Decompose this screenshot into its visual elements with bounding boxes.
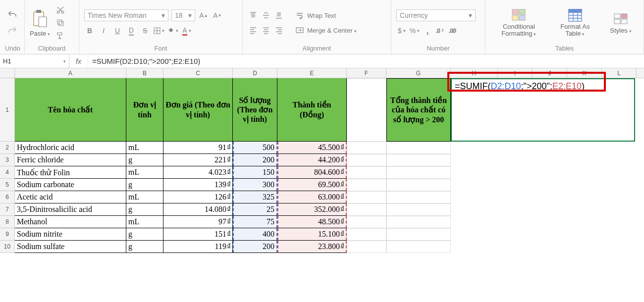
copy-icon[interactable] <box>56 18 65 27</box>
align-center-icon[interactable] <box>261 25 271 36</box>
cell[interactable]: Sodium sulfate <box>15 241 126 253</box>
cell[interactable]: 500 <box>233 142 277 154</box>
strikethrough-button[interactable]: S <box>140 25 151 36</box>
summary-label-cell[interactable]: Tổng thành tiền của hóa chất có số lượng… <box>386 78 451 142</box>
wrap-text-button[interactable]: Wrap Text <box>307 12 336 19</box>
header-cell[interactable]: Đơn giá (Theo đơn vị tính) <box>163 78 233 142</box>
cell[interactable]: 352.000 đ <box>277 203 347 216</box>
empty-cell[interactable] <box>347 191 386 203</box>
row-header[interactable]: 4 <box>0 166 15 179</box>
empty-cell[interactable] <box>347 166 386 179</box>
number-format-select[interactable]: Currency▾ <box>396 9 476 21</box>
empty-cell[interactable] <box>386 241 451 253</box>
cell[interactable]: Sodium carbonate <box>15 179 126 191</box>
empty-cell[interactable] <box>386 142 451 154</box>
cell[interactable]: 15.100 đ <box>277 228 347 241</box>
row-header[interactable]: 10 <box>0 241 15 253</box>
undo-icon[interactable] <box>7 9 18 20</box>
align-middle-icon[interactable] <box>261 10 271 21</box>
underline-button[interactable]: U <box>112 25 123 36</box>
cell[interactable]: 151 đ <box>163 228 233 241</box>
col-header[interactable]: L <box>602 68 637 78</box>
empty-cell[interactable] <box>386 216 451 228</box>
cell[interactable]: 91 đ <box>163 142 233 154</box>
cell[interactable]: g <box>126 203 163 216</box>
empty-cell[interactable] <box>386 166 451 179</box>
font-color-button[interactable]: A <box>181 25 192 36</box>
double-underline-button[interactable]: D <box>126 25 137 36</box>
cell[interactable]: Ferric chloride <box>15 154 126 166</box>
cell[interactable]: 150 <box>233 166 277 179</box>
merge-center-button[interactable]: Merge & Center <box>307 27 357 34</box>
cut-icon[interactable] <box>56 5 65 14</box>
active-cell-h1[interactable]: =SUMIF(D2:D10;">200";E2:E10) <box>451 78 635 142</box>
row-header[interactable]: 9 <box>0 228 15 241</box>
increase-font-icon[interactable]: A▲ <box>198 10 209 21</box>
empty-cell[interactable] <box>386 203 451 216</box>
empty-cell[interactable] <box>347 78 386 142</box>
cell[interactable]: 126 đ <box>163 191 233 203</box>
cell[interactable]: g <box>126 154 163 166</box>
cell[interactable]: 75 <box>233 216 277 228</box>
cell[interactable]: 3,5-Dinitrosalicilic acid <box>15 203 126 216</box>
empty-cell[interactable] <box>347 142 386 154</box>
col-header[interactable]: J <box>533 68 567 78</box>
cell[interactable]: Acetic acid <box>15 191 126 203</box>
cell[interactable]: 400 <box>233 228 277 241</box>
cell[interactable]: mL <box>126 191 163 203</box>
cell[interactable]: mL <box>126 166 163 179</box>
cell[interactable]: 45.500 đ <box>277 142 347 154</box>
header-cell[interactable]: Đơn vị tính <box>126 78 163 142</box>
cell[interactable]: 63.000 đ <box>277 191 347 203</box>
empty-cell[interactable] <box>386 191 451 203</box>
row-header[interactable]: 7 <box>0 203 15 216</box>
bold-button[interactable]: B <box>84 25 95 36</box>
cell[interactable]: 200 <box>233 241 277 253</box>
cell[interactable]: 97 đ <box>163 216 233 228</box>
styles-button[interactable]: Styles <box>603 12 639 34</box>
cell[interactable]: 25 <box>233 203 277 216</box>
row-header[interactable]: 8 <box>0 216 15 228</box>
cell[interactable]: 325 <box>233 191 277 203</box>
header-cell[interactable]: Số lượng (Theo đơn vị tính) <box>233 78 277 142</box>
cell[interactable]: 200 <box>233 154 277 166</box>
col-header[interactable]: H <box>451 68 498 78</box>
empty-cell[interactable] <box>386 179 451 191</box>
empty-cell[interactable] <box>347 216 386 228</box>
cell[interactable]: 221 đ <box>163 154 233 166</box>
conditional-formatting-button[interactable]: Conditional Formatting <box>490 8 547 38</box>
cell[interactable]: Hydrochloric acid <box>15 142 126 154</box>
formula-input[interactable]: =SUMIF(D2:D10;">200";E2:E10) <box>88 57 644 65</box>
col-header[interactable]: A <box>15 68 126 78</box>
cell[interactable]: 69.500 đ <box>277 179 347 191</box>
cell[interactable]: 139 đ <box>163 179 233 191</box>
empty-cell[interactable] <box>347 203 386 216</box>
col-header[interactable]: E <box>277 68 347 78</box>
align-left-icon[interactable] <box>248 25 259 36</box>
comma-button[interactable]: , <box>422 25 433 36</box>
empty-cell[interactable] <box>347 228 386 241</box>
col-header[interactable]: I <box>498 68 533 78</box>
cell[interactable]: 23.800 đ <box>277 241 347 253</box>
cell[interactable]: mL <box>126 216 163 228</box>
empty-cell[interactable] <box>347 154 386 166</box>
align-bottom-icon[interactable] <box>273 10 284 21</box>
col-header[interactable]: C <box>163 68 233 78</box>
header-cell[interactable]: Thành tiền (Đồng) <box>277 78 347 142</box>
cell[interactable]: 48.500 đ <box>277 216 347 228</box>
row-header[interactable]: 2 <box>0 142 15 154</box>
cell[interactable]: Thuốc thử Folin <box>15 166 126 179</box>
redo-icon[interactable] <box>7 25 18 36</box>
empty-cell[interactable] <box>386 154 451 166</box>
empty-cell[interactable] <box>386 228 451 241</box>
row-header[interactable]: 6 <box>0 191 15 203</box>
format-painter-icon[interactable] <box>56 31 65 40</box>
cell[interactable]: g <box>126 228 163 241</box>
cell[interactable]: 119 đ <box>163 241 233 253</box>
decrease-decimal-icon[interactable]: .00 <box>448 25 459 36</box>
cell[interactable]: 44.200 đ <box>277 154 347 166</box>
cell[interactable]: 300 <box>233 179 277 191</box>
col-header[interactable]: B <box>126 68 163 78</box>
empty-cell[interactable] <box>347 179 386 191</box>
fill-color-button[interactable] <box>167 25 178 36</box>
